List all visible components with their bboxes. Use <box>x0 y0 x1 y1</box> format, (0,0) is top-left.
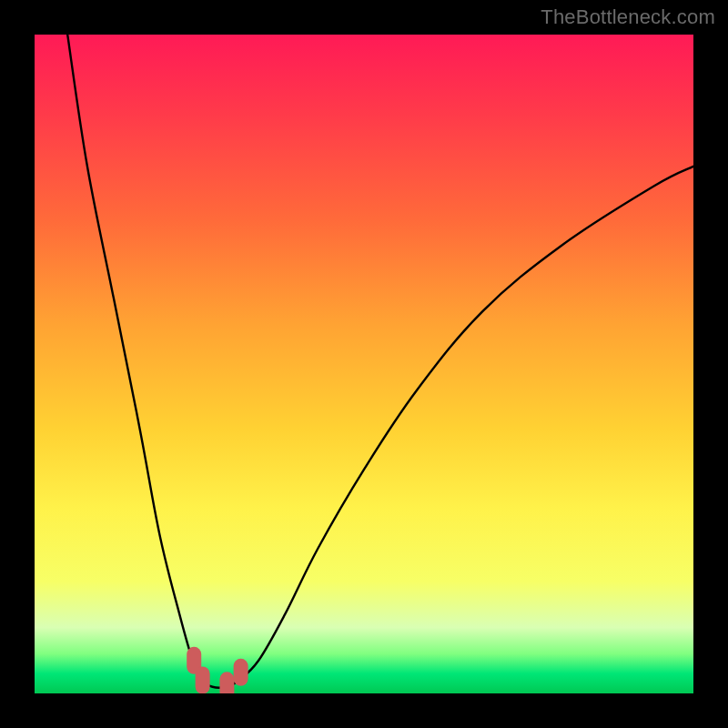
marker-left-lower <box>196 667 210 693</box>
bottleneck-curve <box>67 35 693 688</box>
bottleneck-curve-svg <box>35 35 693 693</box>
marker-right-lower <box>219 672 234 693</box>
marker-right-upper <box>234 659 248 686</box>
chart-frame: TheBottleneck.com <box>0 0 728 728</box>
curve-markers <box>187 647 248 693</box>
plot-area <box>35 35 693 693</box>
watermark-text: TheBottleneck.com <box>541 5 715 29</box>
